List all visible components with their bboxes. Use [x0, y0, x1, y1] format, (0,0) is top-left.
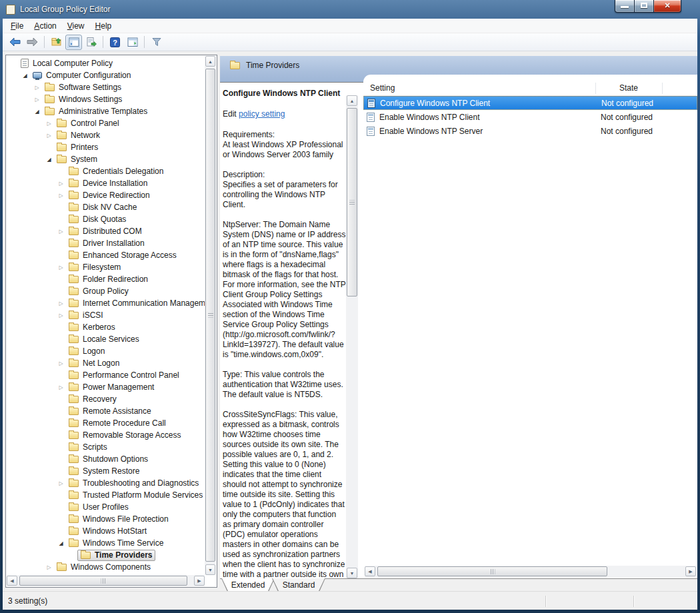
column-separator[interactable]: [595, 83, 596, 94]
filter-button[interactable]: [148, 35, 165, 50]
tree-item-remote-procedure-call[interactable]: Remote Procedure Call: [7, 417, 205, 429]
tree-item-troubleshooting-and-diagnostics[interactable]: ▷Troubleshooting and Diagnostics: [7, 477, 205, 489]
expander-collapsed-icon[interactable]: ▷: [57, 480, 65, 486]
help-button[interactable]: ?: [107, 35, 123, 50]
tree-item-windows-settings[interactable]: ▷Windows Settings: [7, 93, 205, 105]
column-header-state[interactable]: State: [595, 83, 662, 93]
tree-item-net-logon[interactable]: ▷Net Logon: [7, 357, 205, 369]
expander-collapsed-icon[interactable]: ▷: [57, 312, 65, 318]
expander-collapsed-icon[interactable]: ▷: [33, 85, 41, 91]
tree-item-user-profiles[interactable]: User Profiles: [7, 501, 205, 513]
expander-collapsed-icon[interactable]: ▷: [33, 97, 41, 103]
up-one-level-button[interactable]: [48, 35, 65, 50]
tree-item-local-computer-policy[interactable]: Local Computer Policy: [7, 57, 205, 69]
show-console-tree-button[interactable]: [65, 35, 82, 50]
tree-item-removable-storage-access[interactable]: Removable Storage Access: [7, 429, 205, 441]
tree-item-administrative-templates[interactable]: ◢Administrative Templates: [7, 105, 205, 117]
menu-file[interactable]: File: [5, 20, 29, 32]
tree-item-disk-nv-cache[interactable]: Disk NV Cache: [7, 201, 205, 213]
tree-item-system[interactable]: ◢System: [7, 153, 205, 165]
tree-item-printers[interactable]: Printers: [7, 141, 205, 153]
tab-standard[interactable]: Standard: [272, 578, 325, 592]
expander-collapsed-icon[interactable]: ▷: [45, 133, 53, 139]
forward-button[interactable]: [24, 35, 41, 50]
scroll-left-button[interactable]: ◀: [365, 566, 375, 576]
tree-item-computer-configuration[interactable]: ◢Computer Configuration: [7, 69, 205, 81]
tree-item-recovery[interactable]: Recovery: [7, 393, 205, 405]
setting-row-configure-windows-ntp-client[interactable]: Configure Windows NTP ClientNot configur…: [363, 96, 697, 110]
tree-item-credentials-delegation[interactable]: Credentials Delegation: [7, 165, 205, 177]
tree-item-windows-time-service[interactable]: ◢Windows Time Service: [7, 537, 205, 549]
tree-item-filesystem[interactable]: ▷Filesystem: [7, 261, 205, 273]
tree-horizontal-scrollbar[interactable]: ◀ ▶: [7, 575, 205, 586]
tree-item-software-settings[interactable]: ▷Software Settings: [7, 81, 205, 93]
expander-collapsed-icon[interactable]: ▷: [57, 181, 65, 187]
tree-item-iscsi[interactable]: ▷iSCSI: [7, 309, 205, 321]
menu-action[interactable]: Action: [29, 20, 61, 32]
tree-vertical-scrollbar[interactable]: ▲ ▼: [205, 56, 216, 575]
tree-item-performance-control-panel[interactable]: Performance Control Panel: [7, 369, 205, 381]
tree-item-windows-components[interactable]: ▷Windows Components: [7, 561, 205, 573]
tree-item-scripts[interactable]: Scripts: [7, 441, 205, 453]
expander-collapsed-icon[interactable]: ▷: [57, 360, 65, 366]
expander-collapsed-icon[interactable]: ▷: [57, 301, 65, 306]
menu-help[interactable]: Help: [90, 20, 117, 32]
column-separator[interactable]: [662, 83, 663, 94]
scroll-down-button[interactable]: ▼: [347, 568, 357, 578]
scroll-left-button[interactable]: ◀: [7, 576, 17, 586]
back-button[interactable]: [7, 35, 23, 50]
expander-expanded-icon[interactable]: ◢: [21, 73, 29, 79]
tree-item-folder-redirection[interactable]: Folder Redirection: [7, 273, 205, 285]
tree-item-device-installation[interactable]: ▷Device Installation: [7, 177, 205, 189]
scroll-right-button[interactable]: ▶: [194, 576, 205, 586]
tree-item-windows-file-protection[interactable]: Windows File Protection: [7, 513, 205, 525]
scroll-down-button[interactable]: ▼: [205, 564, 215, 575]
tree-item-time-providers[interactable]: Time Providers: [7, 549, 205, 561]
tree-item-disk-quotas[interactable]: Disk Quotas: [7, 213, 205, 225]
scroll-thumb[interactable]: [347, 108, 357, 297]
tree-item-network[interactable]: ▷Network: [7, 129, 205, 141]
minimize-button[interactable]: [615, 0, 635, 13]
tree-item-power-management[interactable]: ▷Power Management: [7, 381, 205, 393]
tree-item-logon[interactable]: Logon: [7, 345, 205, 357]
tree-item-locale-services[interactable]: Locale Services: [7, 333, 205, 345]
scroll-thumb[interactable]: [205, 69, 215, 562]
expander-collapsed-icon[interactable]: ▷: [45, 564, 53, 570]
tree-item-remote-assistance[interactable]: Remote Assistance: [7, 405, 205, 417]
tree-item-driver-installation[interactable]: Driver Installation: [7, 237, 205, 249]
tab-extended[interactable]: Extended: [221, 578, 275, 592]
expander-expanded-icon[interactable]: ◢: [45, 157, 53, 163]
close-button[interactable]: ✕: [653, 0, 681, 13]
scroll-thumb[interactable]: [377, 566, 607, 576]
expander-collapsed-icon[interactable]: ▷: [45, 121, 53, 127]
tree-item-internet-communication-management[interactable]: ▷Internet Communication Management: [7, 297, 205, 309]
tree-item-system-restore[interactable]: System Restore: [7, 465, 205, 477]
expander-collapsed-icon[interactable]: ▷: [57, 229, 65, 235]
title-bar[interactable]: Local Group Policy Editor ✕: [0, 0, 700, 19]
tree-item-group-policy[interactable]: Group Policy: [7, 285, 205, 297]
expander-collapsed-icon[interactable]: ▷: [57, 384, 65, 390]
policy-setting-link[interactable]: policy setting: [239, 109, 285, 119]
expander-collapsed-icon[interactable]: ▷: [57, 265, 65, 271]
scroll-right-button[interactable]: ▶: [685, 566, 696, 576]
tree-item-control-panel[interactable]: ▷Control Panel: [7, 117, 205, 129]
tree-item-device-redirection[interactable]: ▷Device Redirection: [7, 189, 205, 201]
tree-item-trusted-platform-module-services[interactable]: Trusted Platform Module Services: [7, 489, 205, 501]
column-header-setting[interactable]: Setting: [370, 83, 395, 93]
expander-collapsed-icon[interactable]: ▷: [57, 193, 65, 199]
list-horizontal-scrollbar[interactable]: ◀ ▶: [365, 566, 696, 577]
show-action-pane-button[interactable]: [124, 35, 141, 50]
expander-expanded-icon[interactable]: ◢: [33, 109, 41, 115]
menu-view[interactable]: View: [62, 20, 90, 32]
tree-item-distributed-com[interactable]: ▷Distributed COM: [7, 225, 205, 237]
scroll-thumb[interactable]: [19, 576, 187, 586]
description-vertical-scrollbar[interactable]: ▲ ▼: [346, 95, 358, 578]
scroll-up-button[interactable]: ▲: [205, 56, 215, 67]
maximize-button[interactable]: [635, 0, 653, 13]
setting-row-enable-windows-ntp-client[interactable]: Enable Windows NTP ClientNot configured: [363, 110, 697, 124]
setting-row-enable-windows-ntp-server[interactable]: Enable Windows NTP ServerNot configured: [363, 124, 697, 138]
export-list-button[interactable]: [83, 35, 99, 50]
tree-item-enhanced-storage-access[interactable]: Enhanced Storage Access: [7, 249, 205, 261]
expander-expanded-icon[interactable]: ◢: [57, 540, 65, 546]
tree-item-windows-hotstart[interactable]: Windows HotStart: [7, 525, 205, 537]
